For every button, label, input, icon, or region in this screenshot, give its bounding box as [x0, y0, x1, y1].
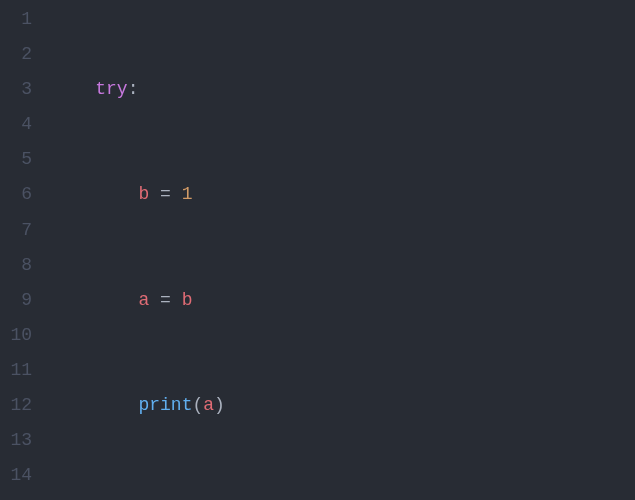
line-number: 1 — [8, 2, 32, 37]
line-number: 11 — [8, 353, 32, 388]
line-number: 13 — [8, 423, 32, 458]
line-number: 7 — [8, 213, 32, 248]
line-number: 8 — [8, 248, 32, 283]
code-area[interactable]: try: b = 1 a = b print(a) except SyntaxE… — [46, 0, 527, 500]
line-number: 9 — [8, 283, 32, 318]
code-line: a = b — [52, 283, 527, 318]
keyword-try: try — [95, 79, 127, 99]
line-number: 2 — [8, 37, 32, 72]
variable: a — [203, 395, 214, 415]
line-number: 6 — [8, 177, 32, 212]
line-number-gutter: 1 2 3 4 5 6 7 8 9 10 11 12 13 14 — [0, 0, 46, 500]
variable: b — [138, 184, 149, 204]
code-line: except SyntaxError: — [52, 493, 527, 500]
number-literal: 1 — [182, 184, 193, 204]
function-call: print — [138, 395, 192, 415]
line-number: 3 — [8, 72, 32, 107]
code-editor[interactable]: 1 2 3 4 5 6 7 8 9 10 11 12 13 14 try: b … — [0, 0, 635, 500]
line-number: 10 — [8, 318, 32, 353]
line-number: 12 — [8, 388, 32, 423]
variable: b — [182, 290, 193, 310]
variable: a — [138, 290, 149, 310]
code-line: print(a) — [52, 388, 527, 423]
line-number: 4 — [8, 107, 32, 142]
line-number: 14 — [8, 458, 32, 493]
code-line: b = 1 — [52, 177, 527, 212]
code-line: try: — [52, 72, 527, 107]
line-number: 5 — [8, 142, 32, 177]
